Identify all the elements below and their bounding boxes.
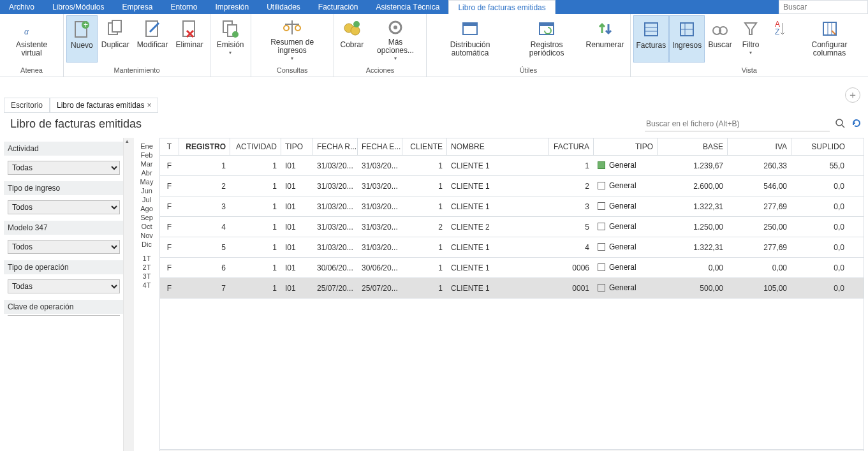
cobrar-button[interactable]: Cobrar xyxy=(337,15,367,63)
col-t[interactable]: T xyxy=(160,138,179,155)
configurar-columnas-button[interactable]: Configurar columnas xyxy=(793,15,865,63)
col-registro[interactable]: REGISTRO xyxy=(179,138,230,155)
asistente-virtual-button[interactable]: α Asistente virtual xyxy=(3,15,61,63)
month-4T[interactable]: 4T xyxy=(135,281,158,290)
svg-text:α: α xyxy=(24,27,29,36)
add-tab-button[interactable]: ＋ xyxy=(845,87,860,103)
search-icon[interactable] xyxy=(835,118,845,130)
month-Abr[interactable]: Abr xyxy=(135,168,158,177)
group-atenea-label: Atenea xyxy=(3,65,61,77)
renumber-icon xyxy=(594,18,616,40)
month-Dic[interactable]: Dic xyxy=(135,240,158,249)
month-Nov[interactable]: Nov xyxy=(135,231,158,240)
table-row[interactable]: F21I0131/03/20...31/03/20...1CLIENTE 12G… xyxy=(160,176,864,196)
tab-escritorio[interactable]: Escritorio xyxy=(4,98,50,113)
tab-libro-facturas[interactable]: Libro de facturas emitidas× xyxy=(50,98,158,113)
col-tipo[interactable]: TIPO xyxy=(281,138,313,155)
month-Jun[interactable]: Jun xyxy=(135,186,158,195)
data-grid: T REGISTRO ACTIVIDAD TIPO FECHA R... FEC… xyxy=(159,138,864,451)
filtro-button[interactable]: Filtro▾ xyxy=(735,15,766,63)
duplicate-icon xyxy=(105,18,126,40)
month-spacer xyxy=(135,249,158,254)
menu-libros[interactable]: Libros/Módulos xyxy=(43,0,113,14)
refresh-icon[interactable] xyxy=(851,118,862,130)
resumen-ingresos-button[interactable]: Resumen de ingresos▾ xyxy=(254,15,331,63)
nuevo-button[interactable]: + Nuevo xyxy=(66,15,98,63)
month-Feb[interactable]: Feb xyxy=(135,151,158,159)
month-filter-list: EneFebMarAbrMayJunJulAgoSepOctNovDic1T2T… xyxy=(134,138,159,451)
col-fecha-e[interactable]: FECHA E... xyxy=(358,138,402,155)
col-tipo2[interactable]: TIPO xyxy=(594,138,658,155)
month-2T[interactable]: 2T xyxy=(135,263,158,272)
col-iva[interactable]: IVA xyxy=(728,138,791,155)
filter-tipo-ingreso-label: Tipo de ingreso xyxy=(4,181,129,195)
svg-point-44 xyxy=(836,119,842,126)
ingresos-view-button[interactable]: Ingresos xyxy=(669,15,705,63)
filter-scrollbar[interactable] xyxy=(123,138,134,451)
group-vista-label: Vista xyxy=(633,65,865,77)
sort-az-icon: AZ xyxy=(769,18,791,40)
filter-tipo-ingreso-select[interactable]: Todos xyxy=(8,200,120,214)
svg-text:+: + xyxy=(84,20,88,29)
table-row[interactable]: F61I0130/06/20...30/06/20...1CLIENTE 100… xyxy=(160,258,864,278)
month-Jul[interactable]: Jul xyxy=(135,195,158,204)
renumerar-button[interactable]: Renumerar xyxy=(583,15,628,63)
menu-facturacion[interactable]: Facturación xyxy=(309,0,367,14)
svg-point-19 xyxy=(351,26,360,35)
table-row[interactable]: F71I0125/07/20...25/07/20...1CLIENTE 100… xyxy=(160,278,864,299)
svg-point-22 xyxy=(394,26,397,29)
table-row[interactable]: F51I0131/03/20...31/03/20...1CLIENTE 14G… xyxy=(160,237,864,258)
modificar-button[interactable]: Modificar xyxy=(133,15,172,63)
month-Mar[interactable]: Mar xyxy=(135,159,158,168)
svg-text:Z: Z xyxy=(775,27,779,36)
global-search-input[interactable] xyxy=(779,0,868,14)
month-Oct[interactable]: Oct xyxy=(135,222,158,231)
emision-button[interactable]: Emisión▾ xyxy=(213,15,248,63)
menu-utilidades[interactable]: Utilidades xyxy=(258,0,309,14)
month-1T[interactable]: 1T xyxy=(135,254,158,263)
month-May[interactable]: May xyxy=(135,177,158,186)
filter-tipo-operacion-select[interactable]: Todas xyxy=(8,279,120,293)
table-row[interactable]: F31I0131/03/20...31/03/20...1CLIENTE 13G… xyxy=(160,196,864,217)
menu-entorno[interactable]: Entorno xyxy=(161,0,206,14)
col-cliente[interactable]: CLIENTE xyxy=(402,138,447,155)
menu-asistencia[interactable]: Asistencia Técnica xyxy=(367,0,449,14)
filter-actividad-select[interactable]: Todas xyxy=(8,161,120,175)
menu-archivo[interactable]: Archivo xyxy=(0,0,43,14)
menu-active-tab[interactable]: Libro de facturas emitidas xyxy=(448,0,555,14)
buscar-button[interactable]: Buscar xyxy=(705,15,735,63)
col-actividad[interactable]: ACTIVIDAD xyxy=(230,138,281,155)
eliminar-button[interactable]: Eliminar xyxy=(172,15,207,63)
mas-opciones-button[interactable]: Más opciones...▾ xyxy=(367,15,423,63)
col-base[interactable]: BASE xyxy=(658,138,728,155)
svg-line-45 xyxy=(842,125,844,128)
duplicar-button[interactable]: Duplicar xyxy=(98,15,133,63)
close-icon[interactable]: × xyxy=(147,101,151,110)
svg-rect-26 xyxy=(540,23,554,26)
registros-periodicos-button[interactable]: Registros periódicos xyxy=(511,15,583,63)
month-Sep[interactable]: Sep xyxy=(135,213,158,222)
col-fecha-r[interactable]: FECHA R... xyxy=(313,138,358,155)
menubar: Archivo Libros/Módulos Empresa Entorno I… xyxy=(0,0,868,14)
svg-rect-24 xyxy=(463,23,477,26)
filter-actividad-label: Actividad xyxy=(4,142,129,156)
month-Ene[interactable]: Ene xyxy=(135,142,158,151)
col-suplido[interactable]: SUPLIDO xyxy=(791,138,849,155)
month-3T[interactable]: 3T xyxy=(135,272,158,281)
sort-button[interactable]: AZ xyxy=(766,15,793,63)
menu-empresa[interactable]: Empresa xyxy=(113,0,161,14)
table-row[interactable]: F41I0131/03/20...31/03/20...2CLIENTE 25G… xyxy=(160,217,864,237)
filter-modelo347-select[interactable]: Todos xyxy=(8,240,120,254)
table-row[interactable]: F11I0131/03/20...31/03/20...1CLIENTE 11G… xyxy=(160,156,864,176)
tabbar: ＋ Escritorio Libro de facturas emitidas× xyxy=(0,77,868,113)
facturas-view-button[interactable]: Facturas xyxy=(633,15,670,63)
col-nombre[interactable]: NOMBRE xyxy=(447,138,549,155)
svg-point-20 xyxy=(353,21,360,27)
menu-impresion[interactable]: Impresión xyxy=(206,0,258,14)
month-Ago[interactable]: Ago xyxy=(135,204,158,213)
col-factura[interactable]: FACTURA xyxy=(549,138,594,155)
balance-icon xyxy=(281,18,303,37)
file-search-input[interactable] xyxy=(645,117,830,131)
svg-point-17 xyxy=(295,26,300,31)
distribucion-button[interactable]: Distribución automática xyxy=(429,15,511,63)
